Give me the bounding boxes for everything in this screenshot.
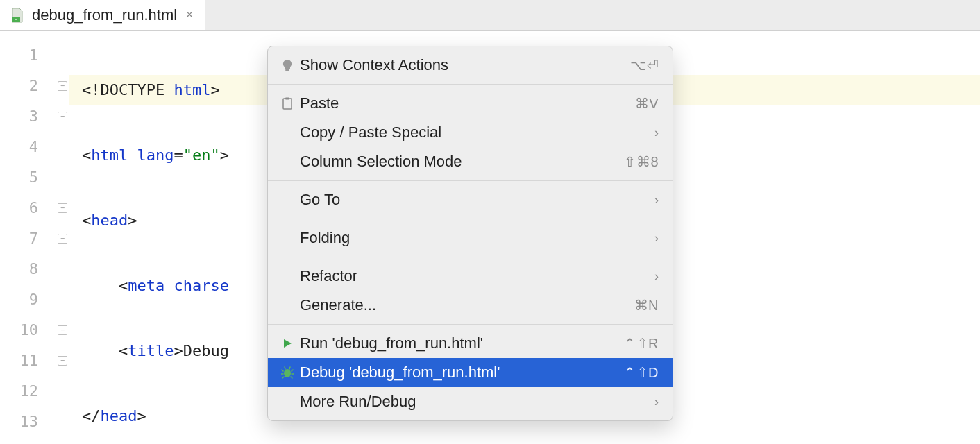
menu-label: Go To bbox=[297, 191, 654, 209]
line-number: 3− bbox=[0, 101, 69, 132]
menu-label: Run 'debug_from_run.html' bbox=[297, 334, 624, 352]
menu-shortcut: ⌃⇧D bbox=[624, 364, 659, 381]
menu-shortcut: ⌃⇧R bbox=[624, 335, 659, 352]
menu-paste[interactable]: Paste ⌘V bbox=[268, 89, 673, 118]
line-number: 1 bbox=[0, 40, 69, 71]
svg-text:H: H bbox=[15, 17, 17, 22]
chevron-right-icon: › bbox=[654, 231, 659, 246]
menu-run[interactable]: Run 'debug_from_run.html' ⌃⇧R bbox=[268, 329, 673, 358]
menu-label: Folding bbox=[297, 229, 654, 247]
menu-column-selection[interactable]: Column Selection Mode ⇧⌘8 bbox=[268, 147, 673, 176]
tab-filename: debug_from_run.html bbox=[32, 6, 177, 24]
chevron-right-icon: › bbox=[654, 269, 659, 284]
fold-marker-icon[interactable]: − bbox=[58, 325, 67, 335]
line-number: 13 bbox=[0, 407, 69, 437]
menu-label: Paste bbox=[297, 94, 635, 112]
menu-copy-paste-special[interactable]: Copy / Paste Special › bbox=[268, 118, 673, 147]
menu-label: Copy / Paste Special bbox=[297, 123, 654, 142]
fold-marker-icon[interactable]: − bbox=[58, 234, 67, 244]
line-number: 5 bbox=[0, 162, 69, 193]
line-number: 12 bbox=[0, 376, 69, 407]
menu-separator bbox=[268, 180, 673, 181]
line-number: 10− bbox=[0, 315, 69, 345]
menu-show-context-actions[interactable]: Show Context Actions ⌥⏎ bbox=[268, 51, 673, 80]
menu-label: Column Selection Mode bbox=[297, 153, 624, 171]
line-number: 4 bbox=[0, 132, 69, 162]
run-icon bbox=[278, 338, 297, 349]
menu-label: Generate... bbox=[297, 296, 634, 314]
menu-separator bbox=[268, 84, 673, 85]
svg-rect-2 bbox=[285, 69, 289, 71]
line-number: 11− bbox=[0, 345, 69, 376]
menu-label: Refactor bbox=[297, 267, 654, 285]
html-file-icon: H bbox=[10, 8, 25, 23]
svg-rect-3 bbox=[283, 99, 292, 109]
menu-separator bbox=[268, 219, 673, 219]
bulb-icon bbox=[278, 59, 297, 71]
menu-shortcut: ⌥⏎ bbox=[630, 57, 659, 74]
menu-label: Debug 'debug_from_run.html' bbox=[297, 364, 624, 382]
fold-marker-icon[interactable]: − bbox=[58, 203, 67, 213]
chevron-right-icon: › bbox=[654, 126, 659, 140]
menu-separator bbox=[268, 324, 673, 325]
fold-marker-icon[interactable]: − bbox=[58, 112, 67, 121]
fold-marker-icon[interactable]: − bbox=[58, 356, 67, 366]
line-number: 8 bbox=[0, 254, 69, 284]
fold-marker-icon[interactable]: − bbox=[58, 81, 67, 91]
clipboard-icon bbox=[278, 97, 297, 110]
menu-label: More Run/Debug bbox=[297, 393, 654, 411]
line-number: 7− bbox=[0, 223, 69, 254]
menu-shortcut: ⌘N bbox=[634, 297, 659, 314]
line-number: 2− bbox=[0, 71, 69, 101]
line-number: 6− bbox=[0, 193, 69, 223]
menu-refactor[interactable]: Refactor › bbox=[268, 262, 673, 291]
tab-bar: H debug_from_run.html × bbox=[0, 0, 980, 31]
menu-debug[interactable]: Debug 'debug_from_run.html' ⌃⇧D bbox=[268, 358, 673, 387]
gutter: 1 2− 3− 4 5 6− 7− 8 9 10− 11− 12 13 bbox=[0, 31, 69, 444]
menu-more-run-debug[interactable]: More Run/Debug › bbox=[268, 387, 673, 416]
chevron-right-icon: › bbox=[654, 395, 659, 409]
menu-go-to[interactable]: Go To › bbox=[268, 185, 673, 214]
close-tab-icon[interactable]: × bbox=[184, 8, 195, 22]
bug-icon bbox=[278, 366, 297, 379]
svg-point-5 bbox=[284, 369, 291, 377]
menu-folding[interactable]: Folding › bbox=[268, 223, 673, 253]
menu-shortcut: ⌘V bbox=[635, 95, 659, 112]
editor-tab[interactable]: H debug_from_run.html × bbox=[0, 0, 205, 30]
menu-label: Show Context Actions bbox=[297, 56, 630, 74]
menu-generate[interactable]: Generate... ⌘N bbox=[268, 291, 673, 320]
menu-shortcut: ⇧⌘8 bbox=[624, 153, 659, 170]
context-menu: Show Context Actions ⌥⏎ Paste ⌘V Copy / … bbox=[267, 46, 673, 421]
line-number: 9 bbox=[0, 284, 69, 315]
chevron-right-icon: › bbox=[654, 193, 659, 207]
svg-rect-4 bbox=[285, 98, 289, 100]
menu-separator bbox=[268, 257, 673, 257]
